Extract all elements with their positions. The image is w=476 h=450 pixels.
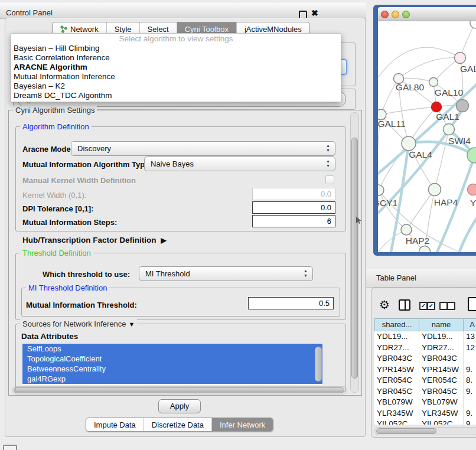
network-node[interactable]	[432, 102, 442, 112]
table-cell[interactable]: YDR27...	[419, 343, 464, 354]
network-edge[interactable]	[399, 58, 460, 79]
table-cell[interactable]	[464, 397, 476, 408]
table-row[interactable]: YBR043CYBR043C	[374, 353, 476, 364]
table-cell[interactable]: YER054C	[374, 375, 419, 386]
table-row[interactable]: YER054CYER054C8.	[374, 375, 476, 386]
tab-discretize-data[interactable]: Discretize Data	[144, 418, 211, 431]
network-node[interactable]	[429, 78, 438, 87]
table-column-header[interactable]: name	[419, 318, 464, 331]
kernel-width-field[interactable]: 0.0	[252, 188, 335, 200]
network-edge[interactable]	[406, 190, 435, 230]
data-attribute-item[interactable]: TopologicalCoefficient	[22, 354, 322, 364]
table-cell[interactable]: YIL052C	[374, 419, 419, 425]
table-cell[interactable]: YBR045C	[419, 386, 464, 397]
data-attribute-item[interactable]: SelfLoops	[22, 344, 322, 354]
mi-type-combo[interactable]: Naive Bayes ▲▼	[144, 156, 335, 171]
table-cell[interactable]: 8.	[464, 375, 476, 386]
table-cell[interactable]: YBR043C	[374, 353, 419, 364]
split-columns-icon[interactable]	[399, 299, 410, 311]
apply-button[interactable]: Apply	[158, 399, 201, 413]
network-node[interactable]	[444, 124, 455, 135]
network-edge[interactable]	[381, 107, 436, 115]
table-cell[interactable]: YIL052C	[419, 419, 464, 425]
dropdown-item[interactable]: Bayesian – K2	[11, 81, 341, 91]
which-threshold-combo[interactable]: MI Threshold ▲▼	[139, 266, 313, 281]
settings-vscroll-thumb[interactable]	[351, 138, 358, 379]
table-row[interactable]: YDL19...YDL19...13	[374, 331, 476, 343]
table-column-header[interactable]: shared...	[374, 318, 419, 331]
table-horizontal-scrollbar[interactable]	[374, 427, 476, 435]
tab-style-label: Style	[115, 25, 132, 34]
table-row[interactable]: YPR145WYPR145W9.	[374, 364, 476, 376]
table-cell[interactable]: YDR27...	[374, 343, 419, 354]
data-attribute-item[interactable]: gal4RGexp	[22, 374, 322, 384]
network-node[interactable]	[378, 185, 384, 195]
deselect-all-icon[interactable]	[447, 302, 455, 310]
table-cell[interactable]: YDL19...	[374, 331, 419, 343]
table-row[interactable]: YLR345WYLR345W9.	[374, 408, 476, 419]
tab-infer-network[interactable]: Infer Network	[211, 418, 273, 431]
table-column-header[interactable]: A	[464, 318, 476, 331]
table-cell[interactable]: YPR145W	[374, 364, 419, 376]
table-cell[interactable]: YLR345W	[374, 408, 419, 419]
network-node[interactable]	[419, 246, 431, 253]
table-cell[interactable]: YBR045C	[374, 386, 419, 397]
network-canvas[interactable]: GALGAL80GAL10GAL1GAL11SWI4GAL4GCY1HAP4YH…	[378, 21, 476, 252]
table-cell[interactable]: YBR043C	[419, 353, 464, 364]
table-cell[interactable]: 9.	[464, 408, 476, 419]
dropdown-item[interactable]: ARACNE Algorithm	[11, 63, 341, 72]
gear-icon[interactable]: ⚙	[379, 298, 390, 312]
attributes-list-scroll-thumb[interactable]	[315, 347, 322, 381]
network-node[interactable]	[401, 224, 412, 235]
close-icon[interactable]: ✖	[311, 8, 318, 18]
select-all-check-icon[interactable]: ✓	[419, 302, 428, 310]
table-cell[interactable]	[464, 353, 476, 364]
table-cell[interactable]: 13	[464, 331, 476, 343]
select-all-check-icon[interactable]: ✓	[427, 302, 435, 310]
network-node[interactable]	[468, 184, 476, 195]
data-attribute-item[interactable]: BetweennessCentrality	[22, 364, 322, 374]
table-cell[interactable]: YDL19...	[419, 331, 464, 343]
settings-vertical-scrollbar[interactable]	[350, 112, 359, 393]
table-row[interactable]: YDR27...YDR27...12	[374, 343, 476, 354]
export-table-icon[interactable]	[468, 297, 476, 311]
table-row[interactable]: YBR045CYBR045C9.	[374, 386, 476, 397]
sources-legend-toggle[interactable]: Sources for Network Inference▼	[20, 319, 137, 328]
tab-cyni-toolbox-label: Cyni Toolbox	[185, 25, 229, 34]
table-cell[interactable]: YBL079W	[419, 397, 464, 408]
dropdown-item[interactable]: Bayesian – Hill Climbing	[11, 44, 341, 53]
table-cell[interactable]: 9.	[464, 419, 476, 425]
network-edge[interactable]	[378, 47, 460, 77]
dropdown-prompt[interactable]: Select algorithm to view settings	[11, 34, 341, 44]
network-node[interactable]	[402, 136, 416, 151]
mi-steps-field[interactable]: 6	[252, 215, 335, 227]
window-minimize-traffic-light[interactable]	[392, 11, 399, 18]
tab-impute-data[interactable]: Impute Data	[86, 418, 144, 431]
table-cell[interactable]: 9.	[464, 386, 476, 397]
window-close-traffic-light[interactable]	[381, 11, 389, 18]
deselect-all-icon[interactable]	[439, 302, 448, 310]
network-node[interactable]	[470, 21, 476, 28]
network-node[interactable]	[457, 100, 469, 112]
table-cell[interactable]: YBL079W	[374, 397, 419, 408]
aracne-mode-combo[interactable]: Discovery ▲▼	[71, 141, 335, 156]
network-node[interactable]	[429, 184, 441, 196]
mi-threshold-field[interactable]: 0.5	[248, 297, 334, 309]
dropdown-item[interactable]: Dream8 DC_TDC Algorithm	[11, 91, 341, 100]
dpi-tolerance-field[interactable]: 0.0	[252, 201, 335, 214]
table-hscroll-thumb[interactable]	[376, 428, 436, 434]
table-cell[interactable]: 12	[464, 343, 476, 354]
network-node[interactable]	[455, 53, 466, 64]
table-cell[interactable]: YLR345W	[419, 408, 464, 419]
splitter-cursor-icon[interactable]	[356, 217, 362, 224]
table-cell[interactable]: 9.	[464, 364, 476, 376]
table-cell[interactable]: YPR145W	[419, 364, 464, 376]
dropdown-item[interactable]: Mutual Information Inference	[11, 72, 341, 81]
window-zoom-traffic-light[interactable]	[402, 11, 410, 18]
manual-kernel-checkbox[interactable]	[325, 175, 334, 184]
table-row[interactable]: YIL052CYIL052C9.	[374, 419, 476, 425]
table-row[interactable]: YBL079WYBL079W	[374, 397, 476, 408]
dropdown-item[interactable]: Basic Correlation Inference	[11, 53, 341, 63]
table-cell[interactable]: YER054C	[419, 375, 464, 386]
hub-definition-toggle[interactable]: Hub/Transcription Factor Definition▶	[22, 236, 167, 244]
